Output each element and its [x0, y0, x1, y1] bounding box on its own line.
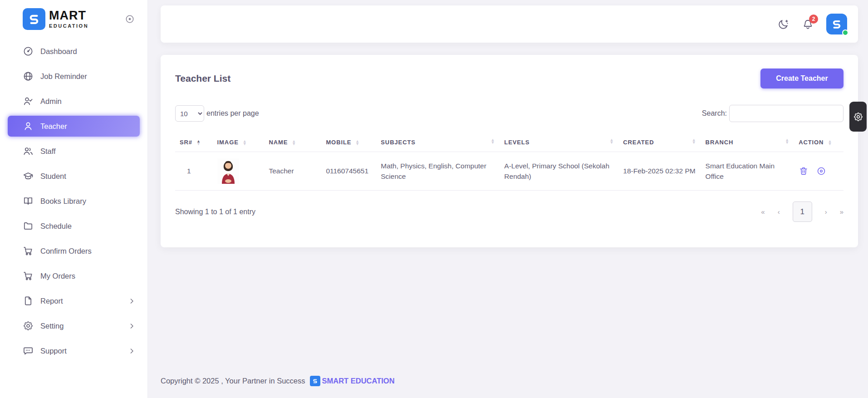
sort-icon: ▲▼: [692, 139, 696, 144]
cell-mobile: 01160745651: [321, 152, 376, 191]
pagination-first-button[interactable]: «: [761, 208, 765, 216]
message-icon: [23, 345, 34, 356]
file-icon: [23, 295, 34, 306]
brand-subtitle: EDUCATION: [49, 23, 88, 29]
sort-icon: ▲▼: [785, 139, 790, 144]
create-teacher-button[interactable]: Create Teacher: [760, 69, 843, 88]
search-label: Search:: [702, 109, 727, 118]
graduation-cap-icon: [23, 171, 34, 182]
globe-icon: [23, 71, 34, 82]
eye-icon: [816, 166, 826, 176]
column-header-image[interactable]: IMAGE▲▼: [213, 133, 265, 152]
online-status-dot: [842, 29, 848, 36]
cell-sr: 1: [175, 152, 213, 191]
column-header-action[interactable]: ACTION▲▼: [794, 133, 843, 152]
cell-name: Teacher: [264, 152, 321, 191]
notification-badge: 2: [809, 15, 818, 24]
brand-logo-icon: [23, 8, 45, 30]
sidebar-item-label: My Orders: [40, 272, 136, 280]
column-header-levels[interactable]: LEVELS▲▼: [500, 133, 618, 152]
main-area: 2 Teacher List Create Teacher 10 entries…: [148, 0, 868, 398]
user-icon: [23, 121, 34, 132]
column-header-subjects[interactable]: SUBJECTS▲▼: [376, 133, 500, 152]
chevron-right-icon: [128, 297, 136, 305]
moon-icon: [777, 18, 790, 30]
gear-icon: [853, 112, 863, 122]
footer-brand-link[interactable]: SMART EDUCATION: [322, 377, 395, 385]
sidebar-toggle-icon[interactable]: [125, 14, 135, 24]
sidebar-item-schedule[interactable]: Schedule: [0, 216, 147, 236]
sidebar-item-label: Student: [40, 172, 136, 181]
pagination-next-button[interactable]: ›: [825, 208, 827, 216]
cart-icon: [23, 246, 34, 256]
cell-subjects: Math, Physics, English, Computer Science: [376, 152, 500, 191]
sidebar-item-my-orders[interactable]: My Orders: [0, 265, 147, 286]
sidebar-item-label: Books Library: [40, 197, 136, 206]
sidebar-item-job-reminder[interactable]: Job Reminder: [0, 66, 147, 87]
pagination-current-page[interactable]: 1: [793, 201, 812, 222]
sidebar-item-books-library[interactable]: Books Library: [0, 191, 147, 211]
sidebar: MART EDUCATION Dashboard Job Reminder Ad…: [0, 0, 148, 398]
sidebar-item-support[interactable]: Support: [0, 340, 147, 361]
showing-entries-text: Showing 1 to 1 of 1 entry: [175, 208, 255, 216]
column-header-sr[interactable]: SR#▲▼: [175, 133, 213, 152]
footer-brand-logo-icon: [310, 376, 320, 386]
customizer-gear-button[interactable]: [849, 102, 867, 132]
chevron-right-icon: [128, 347, 136, 355]
users-icon: [23, 146, 34, 157]
cell-levels: A-Level, Primary School (Sekolah Rendah): [500, 152, 618, 191]
footer: Copyright © 2025 , Your Partner in Succe…: [161, 376, 395, 386]
entries-per-page-select[interactable]: 10: [175, 105, 204, 122]
cart-icon: [23, 270, 34, 281]
cell-created: 18-Feb-2025 02:32 PM: [618, 152, 701, 191]
search-input[interactable]: [729, 105, 843, 122]
sidebar-item-report[interactable]: Report: [0, 290, 147, 311]
sidebar-item-confirm-orders[interactable]: Confirm Orders: [0, 241, 147, 261]
delete-button[interactable]: [799, 166, 809, 176]
sort-icon: ▲▼: [292, 140, 296, 145]
dark-mode-toggle-button[interactable]: [777, 18, 790, 30]
teacher-table: SR#▲▼ IMAGE▲▼ NAME▲▼ MOBILE▲▼ SUBJECTS▲▼…: [175, 133, 843, 191]
column-header-name[interactable]: NAME▲▼: [264, 133, 321, 152]
entries-per-page-label: entries per page: [206, 109, 259, 118]
sidebar-item-label: Staff: [40, 147, 136, 156]
sidebar-item-admin[interactable]: Admin: [0, 91, 147, 112]
brand-name: MART: [49, 10, 88, 22]
column-header-created[interactable]: CREATED▲▼: [618, 133, 701, 152]
gear-icon: [23, 320, 34, 331]
teacher-photo: [217, 158, 239, 184]
sidebar-item-label: Setting: [40, 322, 128, 330]
sort-icon: ▲▼: [196, 140, 201, 145]
view-button[interactable]: [816, 166, 826, 176]
sidebar-item-label: Admin: [40, 97, 136, 106]
sort-icon: ▲▼: [609, 139, 614, 144]
sidebar-item-label: Confirm Orders: [40, 247, 136, 256]
sidebar-item-setting[interactable]: Setting: [0, 315, 147, 336]
brand-logo[interactable]: MART EDUCATION: [23, 8, 88, 30]
sidebar-nav: Dashboard Job Reminder Admin Teacher Sta…: [0, 35, 147, 361]
page-title: Teacher List: [175, 73, 230, 84]
pagination-prev-button[interactable]: ‹: [778, 208, 780, 216]
sidebar-item-student[interactable]: Student: [0, 166, 147, 187]
sidebar-item-teacher[interactable]: Teacher: [8, 116, 140, 137]
copyright-text: Copyright © 2025 , Your Partner in Succe…: [161, 377, 305, 385]
user-avatar[interactable]: [826, 14, 847, 34]
sidebar-item-staff[interactable]: Staff: [0, 141, 147, 162]
sort-icon: ▲▼: [355, 140, 360, 145]
trash-icon: [799, 166, 809, 176]
cell-branch: Smart Education Main Office: [701, 152, 794, 191]
sort-icon: ▲▼: [243, 140, 247, 145]
cell-action: [794, 152, 843, 191]
sidebar-item-label: Support: [40, 347, 128, 355]
pagination-last-button[interactable]: »: [840, 208, 843, 216]
notifications-button[interactable]: 2: [802, 18, 814, 30]
sidebar-item-label: Dashboard: [40, 47, 136, 56]
column-header-branch[interactable]: BRANCH▲▼: [701, 133, 794, 152]
table-header-row: SR#▲▼ IMAGE▲▼ NAME▲▼ MOBILE▲▼ SUBJECTS▲▼…: [175, 133, 843, 152]
sidebar-item-dashboard[interactable]: Dashboard: [0, 41, 147, 62]
book-open-icon: [23, 196, 34, 206]
topbar: 2: [161, 5, 858, 43]
sort-icon: ▲▼: [828, 140, 832, 145]
column-header-mobile[interactable]: MOBILE▲▼: [321, 133, 376, 152]
brand: MART EDUCATION: [0, 0, 147, 35]
